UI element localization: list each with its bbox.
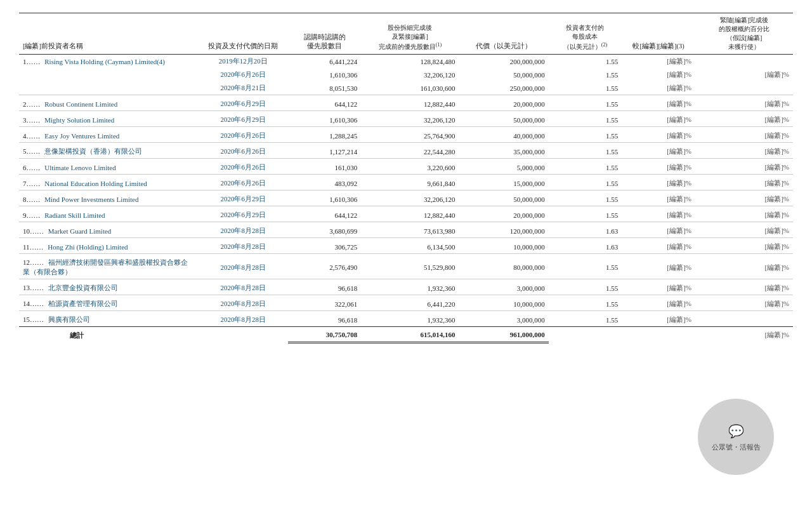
investor-name: 興廣有限公司 bbox=[48, 316, 90, 323]
equity-percent bbox=[695, 311, 793, 327]
preferred-shares: 25,764,900 bbox=[361, 127, 459, 143]
subscribed-shares: 1,610,306 bbox=[288, 68, 362, 81]
header-subscribed: 認購時認購的 優先股數目 bbox=[288, 13, 362, 55]
cost-per-share: 1.55 bbox=[549, 206, 622, 222]
equity-percent bbox=[695, 55, 793, 69]
investor-name: Mighty Solution Limited bbox=[44, 116, 114, 124]
investor-name: Easy Joy Ventures Limited bbox=[44, 132, 119, 140]
total-date-blank bbox=[199, 327, 288, 343]
cost-per-share: 1.55 bbox=[549, 68, 622, 81]
equity-percent: [編纂]% bbox=[695, 95, 793, 111]
cost-per-share: 1.55 bbox=[549, 295, 622, 311]
investment-table: [編纂]前投資者名稱 投資及支付代價的日期 認購時認購的 優先股數目 股份拆細完… bbox=[19, 13, 793, 343]
row-number: 11…… bbox=[23, 243, 45, 251]
preferred-shares: 128,824,480 bbox=[361, 55, 459, 69]
row-index: 2…… Robust Continent Limited bbox=[19, 95, 199, 111]
investor-name: Ultimate Lenovo Limited bbox=[44, 164, 115, 171]
consideration: 15,000,000 bbox=[459, 175, 548, 190]
total-subscribed: 30,750,708 bbox=[288, 327, 362, 343]
investor-name: Market Guard Limited bbox=[48, 227, 112, 235]
cost-per-share: 1.63 bbox=[549, 222, 622, 238]
preferred-shares: 73,613,980 bbox=[361, 222, 459, 238]
header-investor-name: [編纂]前投資者名稱 bbox=[19, 13, 199, 55]
table-row: 15…… 興廣有限公司2020年8月28日96,6181,932,3603,00… bbox=[19, 311, 793, 327]
row-index: 1…… Rising Vista Holding (Cayman) Limite… bbox=[19, 55, 199, 69]
vs-redacted: [編纂]% bbox=[622, 279, 695, 295]
equity-percent: [編纂]% bbox=[695, 175, 793, 190]
investment-date: 2020年8月28日 bbox=[199, 295, 288, 311]
investment-date: 2020年8月21日 bbox=[199, 81, 288, 95]
total-row: 總計30,750,708615,014,160961,000,000[編纂]% bbox=[19, 327, 793, 343]
equity-percent: [編纂]% bbox=[695, 111, 793, 127]
table-row: 2020年8月21日8,051,530161,030,600250,000,00… bbox=[19, 81, 793, 95]
row-number: 9…… bbox=[23, 211, 42, 219]
consideration: 3,000,000 bbox=[459, 311, 548, 327]
investment-date: 2020年6月26日 bbox=[199, 68, 288, 81]
cost-per-share: 1.55 bbox=[549, 55, 622, 69]
consideration: 250,000,000 bbox=[459, 81, 548, 95]
watermark-text: 公眾號・活報告 bbox=[712, 442, 761, 453]
investment-date: 2020年6月26日 bbox=[199, 143, 288, 159]
investment-date: 2020年8月28日 bbox=[199, 311, 288, 327]
consideration: 35,000,000 bbox=[459, 143, 548, 159]
row-number: 14…… bbox=[23, 300, 46, 307]
investment-date: 2020年6月29日 bbox=[199, 95, 288, 111]
table-row: 4…… Easy Joy Ventures Limited2020年6月26日1… bbox=[19, 127, 793, 143]
table-row: 7…… National Education Holding Limited20… bbox=[19, 175, 793, 190]
vs-redacted: [編纂]% bbox=[622, 175, 695, 190]
row-index: 3…… Mighty Solution Limited bbox=[19, 111, 199, 127]
table-row: 9…… Radiant Skill Limited2020年6月29日644,1… bbox=[19, 206, 793, 222]
investment-date: 2019年12月20日 bbox=[199, 55, 288, 69]
subscribed-shares: 3,680,699 bbox=[288, 222, 362, 238]
row-number: 1…… bbox=[23, 58, 42, 65]
total-consideration: 961,000,000 bbox=[459, 327, 548, 343]
row-number: 15…… bbox=[23, 316, 46, 323]
investor-name: National Education Holding Limited bbox=[44, 180, 147, 187]
row-index: 8…… Mind Power Investments Limited bbox=[19, 190, 199, 206]
consideration: 10,000,000 bbox=[459, 238, 548, 254]
consideration: 20,000,000 bbox=[459, 206, 548, 222]
consideration: 3,000,000 bbox=[459, 279, 548, 295]
vs-redacted: [編纂]% bbox=[622, 111, 695, 127]
preferred-shares: 51,529,800 bbox=[361, 254, 459, 279]
vs-redacted: [編纂]% bbox=[622, 206, 695, 222]
cost-per-share: 1.55 bbox=[549, 159, 622, 175]
row-number: 3…… bbox=[23, 116, 42, 124]
equity-percent bbox=[695, 81, 793, 95]
header-vs-redacted: 較[編纂][編纂](3) bbox=[622, 13, 695, 55]
consideration: 10,000,000 bbox=[459, 295, 548, 311]
preferred-shares: 32,206,120 bbox=[361, 68, 459, 81]
investment-date: 2020年6月29日 bbox=[199, 206, 288, 222]
watermark-icon: 💬 bbox=[728, 422, 744, 441]
table-row: 13…… 北京豐金投資有限公司2020年8月28日96,6181,932,360… bbox=[19, 279, 793, 295]
header-consideration: 代價（以美元計） bbox=[459, 13, 548, 55]
investment-date: 2020年8月28日 bbox=[199, 254, 288, 279]
equity-percent: [編纂]% bbox=[695, 254, 793, 279]
vs-redacted: [編纂]% bbox=[622, 311, 695, 327]
consideration: 50,000,000 bbox=[459, 68, 548, 81]
consideration: 80,000,000 bbox=[459, 254, 548, 279]
investor-name: Radiant Skill Limited bbox=[44, 211, 105, 219]
equity-percent: [編纂]% bbox=[695, 295, 793, 311]
preferred-shares: 9,661,840 bbox=[361, 175, 459, 190]
investment-date: 2020年8月28日 bbox=[199, 222, 288, 238]
investor-name: Hong Zhi (Holding) Limited bbox=[48, 243, 128, 251]
equity-percent: [編纂]% bbox=[695, 238, 793, 254]
row-index bbox=[19, 68, 199, 81]
row-number: 4…… bbox=[23, 132, 42, 140]
subscribed-shares: 1,610,306 bbox=[288, 111, 362, 127]
equity-percent: [編纂]% bbox=[695, 159, 793, 175]
total-label: 總計 bbox=[19, 327, 199, 343]
consideration: 5,000,000 bbox=[459, 159, 548, 175]
row-index: 9…… Radiant Skill Limited bbox=[19, 206, 199, 222]
investor-name: 意像架構投資（香港）有限公司 bbox=[44, 147, 142, 155]
row-number: 8…… bbox=[23, 196, 42, 203]
investor-name: 北京豐金投資有限公司 bbox=[48, 284, 118, 291]
row-number: 13…… bbox=[23, 284, 46, 291]
header-equity-pct: 緊隨[編纂]完成後 的股權概約百分比 （假設[編纂] 未獲行使） bbox=[695, 13, 793, 55]
preferred-shares: 1,932,360 bbox=[361, 311, 459, 327]
subscribed-shares: 1,288,245 bbox=[288, 127, 362, 143]
row-number: 2…… bbox=[23, 100, 42, 108]
vs-redacted: [編纂]% bbox=[622, 55, 695, 69]
subscribed-shares: 96,618 bbox=[288, 279, 362, 295]
